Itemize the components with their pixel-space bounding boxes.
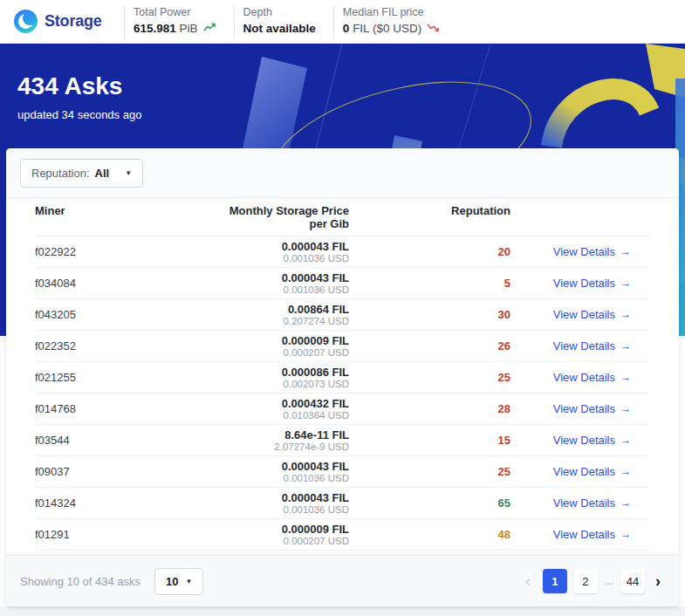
arrow-right-icon: → — [620, 434, 631, 447]
reputation-filter-dropdown[interactable]: Reputation: All ▼ — [20, 159, 143, 188]
price-usd: 0.010364 USD — [175, 410, 349, 421]
view-details-link[interactable]: View Details→ — [553, 308, 631, 321]
reputation-value: 48 — [349, 528, 510, 541]
table-row: f09037 0.000043 FIL 0.001036 USD 25 View… — [35, 456, 650, 488]
view-details-link[interactable]: View Details→ — [553, 528, 631, 541]
price-fil: 0.000043 FIL — [175, 460, 349, 473]
table-row: f014768 0.000432 FIL 0.010364 USD 28 Vie… — [35, 394, 650, 425]
price-cell: 8.64e-11 FIL 2.07274e-9 USD — [175, 428, 349, 453]
miner-id: f034084 — [35, 277, 175, 290]
miner-id: f043205 — [35, 308, 175, 321]
updated-timestamp: updated 34 seconds ago — [17, 108, 141, 121]
prev-page-icon: ‹ — [519, 572, 537, 591]
price-fil: 0.000009 FIL — [175, 334, 349, 347]
price-usd: 0.002073 USD — [175, 379, 349, 390]
table-row: f01291 0.000009 FIL 0.000207 USD 48 View… — [35, 519, 650, 551]
chevron-down-icon: ▼ — [125, 169, 132, 177]
reputation-value: 25 — [349, 465, 510, 478]
page-title: 434 Asks — [17, 72, 122, 100]
page-button-2[interactable]: 2 — [573, 569, 598, 593]
table-row: f022352 0.000009 FIL 0.000207 USD 26 Vie… — [35, 331, 650, 362]
reputation-value: 30 — [349, 308, 510, 321]
view-details-link[interactable]: View Details→ — [553, 402, 631, 415]
page-button-44[interactable]: 44 — [620, 569, 645, 593]
stat-value: 0 FIL ($0 USD) — [343, 22, 440, 35]
table-footer: Showing 10 of 434 asks 10 ▼ ‹ 1 2 ... 44… — [6, 555, 679, 606]
view-details-link[interactable]: View Details→ — [553, 245, 631, 258]
price-fil: 0.000043 FIL — [175, 271, 349, 284]
reputation-value: 25 — [349, 371, 510, 384]
storage-logo-icon — [14, 10, 38, 33]
arrow-right-icon: → — [620, 371, 631, 384]
reputation-value: 5 — [349, 277, 510, 290]
price-cell: 0.000009 FIL 0.000207 USD — [175, 334, 349, 359]
filter-value: All — [95, 167, 110, 180]
arrow-right-icon: → — [620, 339, 631, 352]
page-button-1[interactable]: 1 — [543, 569, 567, 593]
price-usd: 0.001036 USD — [175, 473, 349, 484]
reputation-value: 20 — [349, 245, 510, 258]
app-logo[interactable]: Storage — [14, 10, 112, 33]
miner-id: f01291 — [35, 528, 175, 541]
stat-value: 615.981 PiB — [134, 22, 216, 35]
price-cell: 0.000043 FIL 0.001036 USD — [175, 240, 349, 264]
view-details-link[interactable]: View Details→ — [553, 339, 631, 352]
stat-label: Median FIL price — [343, 6, 440, 18]
reputation-value: 15 — [349, 434, 510, 447]
top-bar: Storage Total Power 615.981 PiB Depth No… — [0, 0, 685, 44]
table-row: f014324 0.000043 FIL 0.001036 USD 65 Vie… — [35, 488, 650, 519]
table-row: f034084 0.000043 FIL 0.001036 USD 5 View… — [35, 268, 650, 299]
arrow-right-icon: → — [620, 245, 631, 258]
price-fil: 0.000009 FIL — [175, 523, 349, 536]
stat-label: Total Power — [134, 6, 216, 18]
table-row: f043205 0.00864 FIL 0.207274 USD 30 View… — [35, 299, 650, 331]
next-page-icon[interactable]: › — [651, 572, 665, 591]
price-usd: 0.000207 USD — [175, 536, 349, 547]
price-fil: 0.00864 FIL — [175, 303, 349, 316]
price-cell: 0.000009 FIL 0.000207 USD — [175, 523, 349, 547]
filter-toolbar: Reputation: All ▼ — [6, 148, 679, 198]
price-cell: 0.000043 FIL 0.001036 USD — [175, 271, 349, 296]
view-details-link[interactable]: View Details→ — [553, 465, 631, 478]
arrow-right-icon: → — [620, 308, 631, 321]
view-details-link[interactable]: View Details→ — [553, 371, 631, 384]
view-details-link[interactable]: View Details→ — [553, 277, 631, 290]
view-details-link[interactable]: View Details→ — [553, 434, 631, 447]
results-summary: Showing 10 of 434 asks — [20, 575, 140, 588]
reputation-value: 26 — [349, 339, 510, 352]
price-usd: 0.207274 USD — [175, 316, 349, 327]
miner-id: f09037 — [35, 465, 175, 478]
pagination: ‹ 1 2 ... 44 › — [519, 569, 665, 593]
miner-id: f014768 — [35, 402, 175, 415]
price-usd: 0.001036 USD — [175, 504, 349, 516]
miner-id: f014324 — [35, 496, 175, 510]
asks-table: Miner Monthly Storage Price per Gib Repu… — [6, 198, 679, 551]
chevron-down-icon: ▼ — [186, 578, 193, 585]
arrow-right-icon: → — [620, 465, 631, 478]
view-details-link[interactable]: View Details→ — [553, 496, 631, 510]
miner-id: f03544 — [35, 434, 175, 447]
page-size-value: 10 — [166, 575, 178, 588]
price-cell: 0.000043 FIL 0.001036 USD — [175, 491, 349, 516]
column-header-miner: Miner — [35, 204, 175, 230]
arrow-right-icon: → — [620, 496, 631, 510]
price-usd: 0.001036 USD — [175, 284, 349, 296]
asks-card: Reputation: All ▼ Miner Monthly Storage … — [6, 148, 679, 606]
stat-depth: Depth Not available — [234, 5, 333, 38]
column-header-reputation: Reputation — [349, 204, 510, 230]
stat-total-power: Total Power 615.981 PiB — [124, 5, 234, 38]
miner-id: f022352 — [35, 339, 175, 352]
price-usd: 2.07274e-9 USD — [175, 441, 349, 453]
table-row: f03544 8.64e-11 FIL 2.07274e-9 USD 15 Vi… — [35, 425, 650, 456]
arrow-right-icon: → — [620, 528, 631, 541]
stat-value: Not available — [243, 22, 316, 35]
pagination-ellipsis: ... — [604, 575, 614, 587]
price-cell: 0.000086 FIL 0.002073 USD — [175, 366, 349, 390]
price-cell: 0.000043 FIL 0.001036 USD — [175, 460, 349, 484]
column-header-price: Monthly Storage Price per Gib — [175, 204, 349, 230]
logo-text: Storage — [45, 12, 102, 31]
price-fil: 0.000086 FIL — [175, 366, 349, 379]
trend-up-icon — [203, 22, 216, 35]
price-fil: 0.000043 FIL — [175, 240, 349, 253]
page-size-dropdown[interactable]: 10 ▼ — [154, 568, 203, 595]
